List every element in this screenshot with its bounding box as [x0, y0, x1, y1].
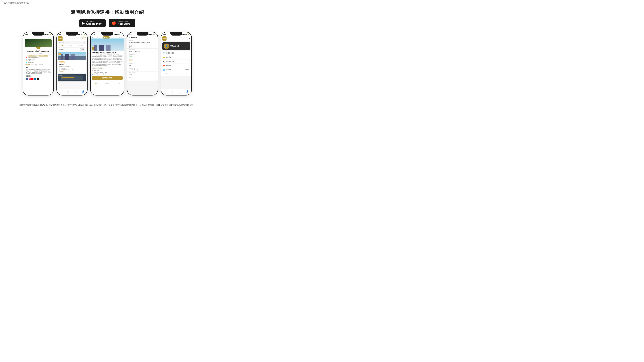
p5-list-icon: ☰ — [172, 90, 173, 92]
battery-icon-3: 🔋 — [120, 34, 122, 35]
p2-nav-tabs: 活動 首頁 社區文章 — [58, 44, 86, 47]
p5-menu-language[interactable]: 🌐 偏好語言 🇬🇧 EN › — [161, 68, 192, 72]
address-text: 香港銅鑼灣時代廣場27樓 — [28, 57, 39, 58]
event-card[interactable]: 進行 ▶ 進行中 活動名稱 藝術科技 企業對企業 📍 地點: 香港 — [58, 52, 86, 73]
youtube-icon[interactable]: ▶ — [32, 78, 34, 80]
app-store-label-small: Available on the — [118, 20, 130, 22]
status-icons-4: ▂▃▅ WiFi 🔋 — [148, 34, 156, 35]
event-card-2[interactable]: Project — [58, 74, 86, 81]
p3-time-meta: 🕐 時間：2022年10月10日 12:00 — [92, 71, 123, 73]
language-label: 偏好語言 — [166, 69, 172, 71]
p3-organizer-text: 主辦單位: RMAICT有限公司 — [94, 73, 107, 75]
wifi-icon-5: WiFi — [185, 34, 188, 35]
ongoing-activities-btn[interactable]: ✓正在進行中的活動 — [28, 55, 38, 56]
list-label: 列表 — [67, 93, 69, 94]
p3-time-icon: 🕐 — [92, 72, 93, 73]
p5-menu-icon[interactable]: ▣ — [188, 37, 190, 39]
home-icon: ⌂ — [60, 90, 61, 92]
tab-about[interactable]: 關於我們 — [24, 63, 30, 66]
google-play-icon: ▶ — [82, 21, 85, 25]
more-button[interactable]: 了解更多 › — [59, 71, 85, 72]
filter-button[interactable]: 最新 ▾ — [80, 48, 84, 51]
heart-icon[interactable]: ♡ — [50, 37, 52, 39]
p3-tab-details[interactable]: 詳細資訊 — [104, 82, 110, 85]
p5-menu-left-lang: 🌐 偏好語言 — [163, 69, 172, 71]
share-icon[interactable]: ⇪ — [48, 37, 49, 39]
p5-user-icon: 👤 — [186, 90, 188, 92]
p5-pbn-user[interactable]: 👤 個人 — [186, 90, 188, 94]
p5-menu-logout[interactable]: ↩ 登出 › — [161, 72, 192, 76]
p5-pbn-list[interactable]: ☰ 列表 — [172, 90, 173, 94]
company-info: 📍 香港銅鑼灣時代廣場27樓 📞 +852 2372 2323 ✉ abc@xy… — [24, 57, 52, 63]
tab-past-events[interactable]: 過往活動 — [38, 63, 44, 66]
pbn-user[interactable]: 👤 個人 — [82, 90, 84, 94]
p5-menu-change-password[interactable]: 🔒 更改密碼 › — [161, 55, 192, 59]
wifi-icon: WiFi — [47, 34, 49, 35]
p1-cover-image — [24, 39, 52, 47]
p5-menu-change-phone[interactable]: 📞 更改電話號碼 › — [161, 59, 192, 64]
app-store-button[interactable]: 🍎 Available on the App Store — [109, 19, 136, 27]
home-label: 首頁 — [60, 93, 62, 94]
p5-home-icon: ⌂ — [164, 90, 166, 92]
phone-event-detail: 9:41 ▂▃▅ WiFi 🔋 ← ▶ 進行中 ⇪ ♡ — [90, 32, 124, 95]
p3-event-logo: MCTE CHINA — [92, 47, 102, 50]
tab-services[interactable]: 服務 — [30, 63, 34, 66]
twitter-icon[interactable]: X — [37, 78, 39, 80]
tab-more[interactable]: Co — [44, 63, 47, 66]
register-button[interactable]: 填寫參加活動表格 — [92, 76, 123, 80]
pbn-home[interactable]: ⌂ 首頁 — [60, 90, 62, 94]
p3-heart-icon[interactable]: ♡ — [121, 36, 122, 38]
logout-icon: ↩ — [163, 73, 164, 75]
google-play-button[interactable]: ▶ GET IT ON Google Play — [79, 19, 106, 27]
p3-tab-announcement[interactable]: 公告 — [94, 82, 98, 85]
phone-row: 📞 +852 2372 2323 — [26, 59, 51, 60]
back-icon[interactable]: ← — [24, 37, 26, 39]
latest-activities-btn[interactable]: 3個進行中的最新活動 — [38, 55, 48, 56]
p4-title: 申請詳情 — [131, 36, 137, 38]
p3-tag-2: 企業對企業 — [97, 67, 103, 69]
p5-pbn-home[interactable]: ⌂ 首頁 — [164, 90, 166, 94]
nav-tab-events[interactable]: 活動 — [60, 44, 64, 47]
heart-menu-icon: ❤️ — [163, 65, 165, 67]
status-time-4: 9:41 — [130, 34, 132, 35]
pbn-list[interactable]: ☰ 列表 — [67, 90, 69, 94]
location-icon: 📍 — [26, 57, 27, 58]
menu-icon: ≡ — [84, 42, 84, 43]
p3-tab-comments[interactable]: 評論 — [116, 82, 121, 85]
event-tag-1: 藝術科技 — [59, 66, 64, 67]
linkedin-icon[interactable]: in — [34, 78, 36, 80]
battery-icon-5: 🔋 — [188, 34, 189, 35]
p2-header: GBATA 登入 🔍 搜索 ≡ 活動 首頁 社區文章 活動 (3) 最新 ▾ — [57, 36, 87, 52]
project-bar — [60, 75, 84, 80]
login-button[interactable]: 登入 — [81, 37, 86, 40]
arrow-edit-profile: › — [189, 52, 190, 54]
p5-pbn-settings[interactable]: ⚙ 設置 — [179, 90, 180, 94]
website-text: www.def.com — [28, 62, 34, 63]
email-row: ✉ abc@xyz.com — [26, 60, 51, 61]
p2-search-bar[interactable]: 🔍 搜索 ≡ — [58, 41, 86, 44]
instagram-icon[interactable]: ▣ — [28, 78, 31, 80]
p4-back-icon[interactable]: ← — [128, 36, 130, 38]
signal-icon-2: ▂▃▅ — [78, 34, 80, 35]
phone2-content: GBATA 登入 🔍 搜索 ≡ 活動 首頁 社區文章 活動 (3) 最新 ▾ — [57, 36, 87, 95]
event-card-image: 進行 — [58, 52, 86, 60]
language-value: 🇬🇧 EN › — [185, 69, 190, 70]
phone3-content: ← ▶ 進行中 ⇪ ♡ MCTE CHINA MCTE 中國－馬來西亞（吉隆坡）… — [91, 36, 124, 95]
nav-tab-home[interactable]: 首頁 — [68, 44, 73, 47]
pbn-settings[interactable]: ⚙ 設置 — [74, 90, 76, 94]
tab-products[interactable]: 產品 — [34, 63, 38, 66]
settings-label: 設置 — [74, 93, 76, 94]
nav-tab-community[interactable]: 社區文章 — [77, 44, 84, 47]
facebook-icon[interactable]: f — [26, 78, 28, 80]
phone-user-menu: 9:41 ▂▃▅ WiFi 🔋 GBATA ▣ 👤 亞歷山德拉王 — [161, 32, 192, 95]
p3-event-image: MCTE CHINA — [91, 38, 124, 51]
store-buttons-container: ▶ GET IT ON Google Play 🍎 Available on t… — [0, 19, 214, 27]
p4-field-role: 你的角色 參與者 — [128, 44, 158, 48]
p3-share-icon[interactable]: ⇪ — [119, 36, 120, 38]
p5-menu-left-edit: 👤 編輯個人檔案 — [163, 52, 174, 54]
p5-menu-favorites[interactable]: ❤️ 我的喜歡 › — [161, 64, 192, 68]
phone5-bottom-nav: ⌂ 首頁 ☰ 列表 ⚙ 設置 👤 個人 — [161, 89, 192, 95]
p3-back-icon[interactable]: ← — [92, 36, 94, 38]
p4-label-datetime: 申請日期時間 — [129, 49, 156, 51]
p5-menu-edit-profile[interactable]: 👤 編輯個人檔案 › — [161, 51, 192, 55]
